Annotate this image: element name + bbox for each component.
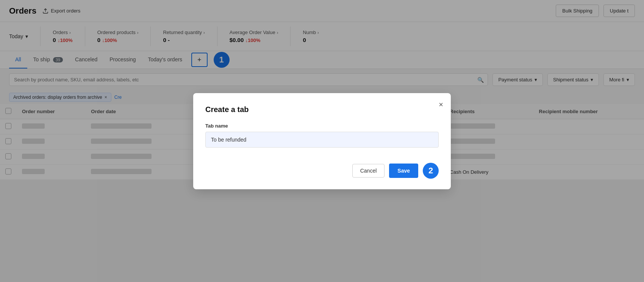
tab-name-label: Tab name: [205, 123, 439, 129]
cancel-button[interactable]: Cancel: [352, 164, 385, 178]
step-badge-2: 2: [423, 163, 439, 179]
create-tab-modal: × Create a tab Tab name Cancel Save 2: [193, 93, 451, 180]
modal-actions: Cancel Save 2: [205, 163, 439, 179]
save-button[interactable]: Save: [389, 164, 418, 178]
step-badge-2-label: 2: [428, 166, 433, 176]
modal-overlay: × Create a tab Tab name Cancel Save 2: [0, 0, 644, 180]
modal-close-button[interactable]: ×: [439, 101, 443, 108]
tab-name-input[interactable]: [205, 132, 439, 148]
modal-title: Create a tab: [205, 105, 439, 114]
